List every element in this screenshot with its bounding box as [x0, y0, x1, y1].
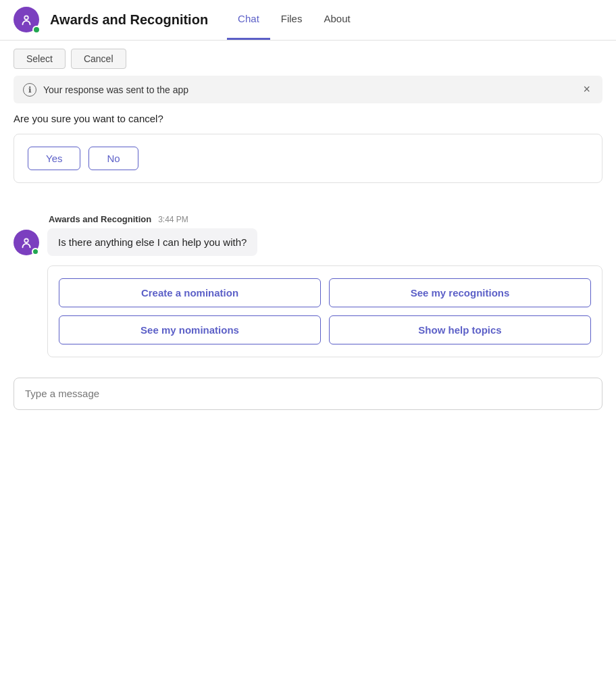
see-my-recognitions-button[interactable]: See my recognitions	[329, 278, 591, 307]
cancel-button[interactable]: Cancel	[71, 49, 126, 69]
bot-sender-name: Awards and Recognition	[49, 214, 151, 224]
app-title: Awards and Recognition	[50, 12, 208, 28]
online-indicator	[32, 26, 41, 34]
yes-button[interactable]: Yes	[28, 147, 80, 170]
select-button[interactable]: Select	[14, 49, 66, 69]
yesno-card: Yes No	[14, 134, 602, 183]
action-card: Create a nomination See my recognitions …	[47, 265, 602, 357]
info-icon: ℹ	[23, 83, 36, 97]
tab-about[interactable]: About	[313, 0, 361, 40]
show-help-topics-button[interactable]: Show help topics	[329, 315, 591, 344]
create-nomination-button[interactable]: Create a nomination	[59, 278, 321, 307]
notification-text: Your response was sent to the app	[43, 84, 573, 95]
bot-message-section: Awards and Recognition 3:44 PM Is there …	[0, 214, 616, 357]
notification-banner: ℹ Your response was sent to the app ×	[14, 76, 602, 103]
bot-avatar	[14, 230, 39, 255]
bot-message-row: Is there anything else I can help you wi…	[14, 228, 602, 357]
no-button[interactable]: No	[88, 147, 138, 170]
prev-message-block: Select Cancel	[0, 41, 616, 76]
close-notification-button[interactable]: ×	[580, 82, 593, 97]
bot-sender-row: Awards and Recognition 3:44 PM	[14, 214, 602, 224]
chat-area: Select Cancel ℹ Your response was sent t…	[0, 41, 616, 410]
app-logo	[14, 7, 41, 34]
header-nav: Chat Files About	[227, 0, 361, 40]
tab-files[interactable]: Files	[270, 0, 313, 40]
cancel-confirm-text: Are you sure you want to cancel?	[14, 113, 602, 124]
message-input[interactable]	[25, 388, 591, 399]
bot-bubble: Is there anything else I can help you wi…	[47, 228, 257, 256]
svg-point-3	[25, 239, 28, 242]
app-header: Awards and Recognition Chat Files About	[0, 0, 616, 41]
action-buttons-grid: Create a nomination See my recognitions …	[59, 278, 591, 344]
bot-online-dot	[32, 248, 39, 255]
see-my-nominations-button[interactable]: See my nominations	[59, 315, 321, 344]
bot-sender-time: 3:44 PM	[158, 215, 188, 224]
svg-point-1	[25, 16, 28, 19]
prev-buttons-row: Select Cancel	[14, 49, 602, 69]
tab-chat[interactable]: Chat	[227, 0, 270, 40]
message-input-area[interactable]	[14, 378, 602, 410]
bot-content: Is there anything else I can help you wi…	[47, 228, 602, 357]
